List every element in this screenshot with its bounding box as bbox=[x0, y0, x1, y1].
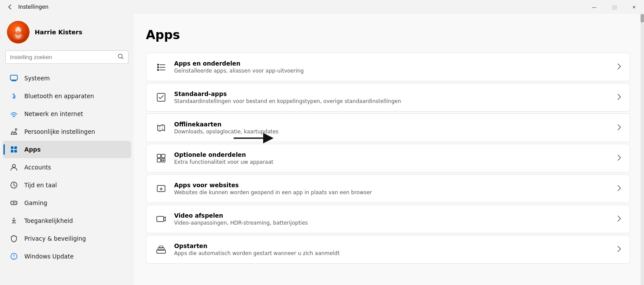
opstarten-text: Opstarten Apps die automatisch worden ge… bbox=[174, 242, 611, 256]
settings-list: Apps en onderdelen Geïnstalleerde apps, … bbox=[146, 53, 630, 264]
sidebar-label-tijd: Tijd en taal bbox=[24, 182, 57, 189]
search-input[interactable] bbox=[10, 54, 114, 60]
sidebar-item-apps[interactable]: Apps bbox=[3, 141, 131, 158]
apps-onderdelen-title: Apps en onderdelen bbox=[174, 60, 611, 67]
apps-onderdelen-icon bbox=[155, 61, 167, 73]
scrollbar-thumb[interactable] bbox=[641, 14, 644, 23]
titlebar-left: Instellingen bbox=[5, 2, 49, 12]
sidebar-item-bluetooth[interactable]: Bluetooth en apparaten bbox=[3, 87, 131, 105]
maximize-button[interactable]: ⬜ bbox=[604, 0, 624, 14]
main-content: Apps bbox=[134, 14, 644, 285]
titlebar-controls: — ⬜ ✕ bbox=[584, 0, 644, 14]
sidebar-label-systeem: Systeem bbox=[24, 75, 50, 82]
sidebar-label-gaming: Gaming bbox=[24, 199, 47, 206]
opstarten-chevron bbox=[618, 246, 621, 253]
sidebar: Harrie Kisters bbox=[0, 14, 134, 285]
sidebar-item-toegankelijkheid[interactable]: Toegankelijkheid bbox=[3, 212, 131, 229]
setting-item-opstarten[interactable]: Opstarten Apps die automatisch worden ge… bbox=[146, 235, 630, 264]
optionele-onderdelen-desc: Extra functionaliteit voor uw apparaat bbox=[174, 159, 611, 165]
minimize-button[interactable]: — bbox=[584, 0, 604, 14]
sidebar-label-apps: Apps bbox=[24, 146, 41, 153]
svg-rect-10 bbox=[11, 150, 13, 152]
opstarten-icon bbox=[155, 243, 167, 255]
sidebar-nav: Systeem Bluetooth en apparaten bbox=[0, 69, 134, 265]
sidebar-label-bluetooth: Bluetooth en apparaten bbox=[24, 93, 94, 99]
scrollbar-track[interactable] bbox=[641, 14, 644, 285]
user-name: Harrie Kisters bbox=[35, 29, 83, 36]
svg-rect-30 bbox=[157, 154, 161, 158]
persoonlijk-icon bbox=[10, 127, 18, 136]
bluetooth-icon bbox=[10, 92, 18, 100]
back-button[interactable] bbox=[5, 2, 15, 12]
video-afspelen-chevron bbox=[618, 215, 621, 223]
sidebar-item-windows-update[interactable]: Windows Update bbox=[3, 248, 131, 265]
standaard-apps-title: Standaard-apps bbox=[174, 90, 611, 97]
sidebar-label-persoonlijk: Persoonlijke instellingen bbox=[24, 128, 95, 135]
apps-icon bbox=[10, 145, 18, 154]
page-title: Apps bbox=[146, 28, 630, 42]
setting-item-apps-websites[interactable]: Apps voor websites Websites die kunnen w… bbox=[146, 174, 630, 203]
svg-point-6 bbox=[13, 117, 14, 118]
sidebar-item-accounts[interactable]: Accounts bbox=[3, 159, 131, 176]
svg-rect-9 bbox=[14, 146, 17, 149]
optionele-onderdelen-icon bbox=[155, 152, 167, 164]
privacy-icon bbox=[10, 234, 18, 243]
optionele-onderdelen-text: Optionele onderdelen Extra functionalite… bbox=[174, 151, 611, 165]
sidebar-item-gaming[interactable]: Gaming bbox=[3, 194, 131, 212]
video-afspelen-desc: Video-aanpassingen, HDR-streaming, batte… bbox=[174, 220, 611, 226]
apps-websites-chevron bbox=[618, 185, 621, 192]
svg-rect-23 bbox=[157, 64, 159, 66]
svg-rect-8 bbox=[11, 146, 13, 149]
svg-point-19 bbox=[13, 218, 15, 219]
sidebar-label-windows-update: Windows Update bbox=[24, 253, 73, 260]
video-afspelen-title: Video afspelen bbox=[174, 212, 611, 219]
setting-item-video-afspelen[interactable]: Video afspelen Video-aanpassingen, HDR-s… bbox=[146, 205, 630, 233]
svg-point-18 bbox=[16, 203, 17, 204]
sidebar-label-toegankelijkheid: Toegankelijkheid bbox=[24, 217, 73, 224]
netwerk-icon bbox=[10, 109, 18, 118]
sidebar-label-privacy: Privacy & beveiliging bbox=[24, 235, 86, 242]
sidebar-item-privacy[interactable]: Privacy & beveiliging bbox=[3, 230, 131, 247]
standaard-apps-chevron bbox=[618, 94, 621, 101]
offlinekaarten-desc: Downloads, opslaglocatie, kaartupdates bbox=[174, 129, 611, 135]
sidebar-item-systeem[interactable]: Systeem bbox=[3, 70, 131, 87]
video-afspelen-icon bbox=[155, 213, 167, 225]
setting-item-apps-onderdelen[interactable]: Apps en onderdelen Geïnstalleerde apps, … bbox=[146, 53, 630, 81]
opstarten-title: Opstarten bbox=[174, 242, 611, 249]
search-container bbox=[0, 49, 134, 69]
svg-rect-32 bbox=[157, 159, 161, 162]
search-box[interactable] bbox=[5, 50, 129, 64]
toegankelijkheid-icon bbox=[10, 216, 18, 225]
close-button[interactable]: ✕ bbox=[624, 0, 644, 14]
titlebar: Instellingen — ⬜ ✕ bbox=[0, 0, 644, 14]
svg-point-17 bbox=[15, 202, 16, 203]
svg-rect-35 bbox=[157, 216, 164, 222]
setting-item-standaard-apps[interactable]: Standaard-apps Standaardinstellingen voo… bbox=[146, 83, 630, 112]
sidebar-label-accounts: Accounts bbox=[24, 164, 51, 171]
accounts-icon bbox=[10, 163, 18, 172]
gaming-icon bbox=[10, 199, 18, 207]
apps-onderdelen-text: Apps en onderdelen Geïnstalleerde apps, … bbox=[174, 60, 611, 74]
optionele-onderdelen-chevron bbox=[618, 155, 621, 162]
svg-rect-3 bbox=[10, 75, 17, 80]
svg-rect-27 bbox=[157, 69, 159, 71]
optionele-onderdelen-title: Optionele onderdelen bbox=[174, 151, 611, 158]
offlinekaarten-title: Offlinekaarten bbox=[174, 121, 611, 128]
standaard-apps-icon bbox=[155, 91, 167, 103]
setting-item-offlinekaarten[interactable]: Offlinekaarten Downloads, opslaglocatie,… bbox=[146, 113, 630, 142]
svg-point-7 bbox=[15, 129, 17, 130]
sidebar-item-persoonlijk[interactable]: Persoonlijke instellingen bbox=[3, 123, 131, 140]
setting-item-optionele-onderdelen[interactable]: Optionele onderdelen Extra functionalite… bbox=[146, 144, 630, 172]
avatar bbox=[7, 21, 30, 43]
tijd-icon bbox=[10, 181, 18, 189]
svg-rect-11 bbox=[14, 150, 17, 152]
titlebar-title: Instellingen bbox=[18, 4, 49, 10]
systeem-icon bbox=[10, 74, 18, 83]
apps-onderdelen-desc: Geïnstalleerde apps, aliassen voor app-u… bbox=[174, 68, 611, 74]
svg-point-21 bbox=[13, 258, 14, 258]
sidebar-item-netwerk[interactable]: Netwerk en internet bbox=[3, 105, 131, 123]
svg-rect-31 bbox=[162, 154, 165, 158]
apps-websites-text: Apps voor websites Websites die kunnen w… bbox=[174, 182, 611, 196]
sidebar-item-tijd[interactable]: Tijd en taal bbox=[3, 176, 131, 194]
svg-point-12 bbox=[13, 165, 16, 168]
